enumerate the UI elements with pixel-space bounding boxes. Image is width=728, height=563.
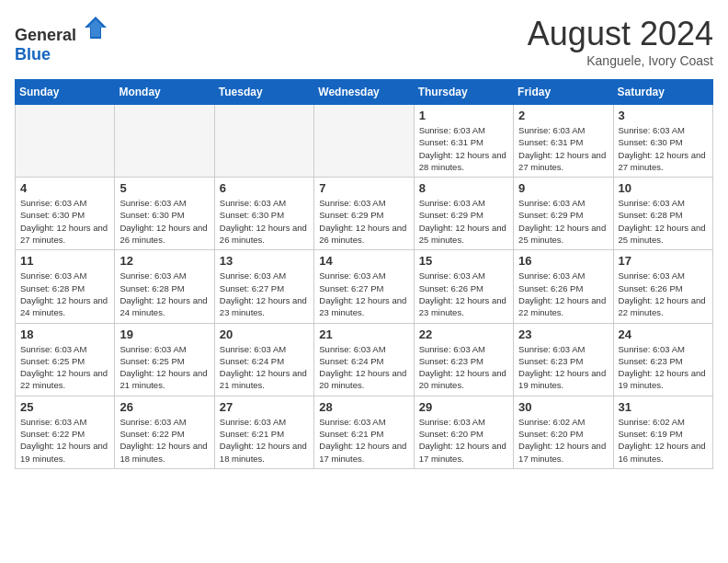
day-info: Sunrise: 6:03 AMSunset: 6:26 PMDaylight:…: [419, 270, 508, 318]
calendar-cell: [314, 105, 414, 178]
day-info: Sunrise: 6:03 AMSunset: 6:29 PMDaylight:…: [319, 197, 408, 246]
calendar-cell: 12Sunrise: 6:03 AMSunset: 6:28 PMDayligh…: [115, 250, 214, 323]
calendar-week-row: 18Sunrise: 6:03 AMSunset: 6:25 PMDayligh…: [16, 323, 713, 396]
day-info: Sunrise: 6:03 AMSunset: 6:27 PMDaylight:…: [319, 270, 408, 318]
calendar-cell: 23Sunrise: 6:03 AMSunset: 6:23 PMDayligh…: [514, 323, 613, 396]
day-info: Sunrise: 6:03 AMSunset: 6:20 PMDaylight:…: [419, 416, 508, 465]
page-header: General Blue August 2024 Kanguele, Ivory…: [15, 15, 713, 68]
calendar-week-row: 25Sunrise: 6:03 AMSunset: 6:22 PMDayligh…: [16, 396, 713, 468]
calendar-cell: 1Sunrise: 6:03 AMSunset: 6:31 PMDaylight…: [414, 105, 513, 178]
calendar-cell: 9Sunrise: 6:03 AMSunset: 6:29 PMDaylight…: [514, 178, 613, 250]
day-number: 2: [518, 109, 608, 122]
day-number: 20: [220, 327, 309, 341]
day-info: Sunrise: 6:03 AMSunset: 6:22 PMDaylight:…: [20, 416, 109, 465]
day-info: Sunrise: 6:03 AMSunset: 6:24 PMDaylight:…: [319, 343, 408, 392]
calendar-cell: 2Sunrise: 6:03 AMSunset: 6:31 PMDaylight…: [514, 105, 613, 178]
calendar-cell: 16Sunrise: 6:03 AMSunset: 6:26 PMDayligh…: [514, 250, 613, 323]
day-number: 15: [419, 254, 508, 268]
calendar-cell: 21Sunrise: 6:03 AMSunset: 6:24 PMDayligh…: [314, 323, 414, 396]
day-number: 10: [619, 181, 708, 195]
day-number: 29: [419, 400, 508, 414]
day-number: 27: [220, 400, 309, 414]
day-info: Sunrise: 6:03 AMSunset: 6:26 PMDaylight:…: [518, 270, 608, 318]
day-info: Sunrise: 6:03 AMSunset: 6:25 PMDaylight:…: [119, 343, 209, 392]
day-number: 16: [518, 254, 608, 268]
calendar-cell: 30Sunrise: 6:02 AMSunset: 6:20 PMDayligh…: [514, 396, 613, 468]
day-info: Sunrise: 6:03 AMSunset: 6:23 PMDaylight:…: [518, 343, 608, 392]
day-info: Sunrise: 6:03 AMSunset: 6:23 PMDaylight:…: [419, 343, 508, 392]
day-info: Sunrise: 6:03 AMSunset: 6:30 PMDaylight:…: [20, 197, 109, 246]
day-number: 17: [619, 254, 708, 268]
calendar-week-row: 4Sunrise: 6:03 AMSunset: 6:30 PMDaylight…: [16, 178, 713, 250]
day-number: 30: [518, 400, 608, 414]
day-number: 7: [319, 181, 408, 195]
day-info: Sunrise: 6:03 AMSunset: 6:26 PMDaylight:…: [619, 270, 708, 318]
calendar-cell: [16, 105, 115, 178]
day-info: Sunrise: 6:02 AMSunset: 6:19 PMDaylight:…: [619, 416, 708, 465]
month-year: August 2024: [528, 15, 713, 53]
day-number: 22: [419, 327, 508, 341]
day-info: Sunrise: 6:03 AMSunset: 6:31 PMDaylight:…: [518, 124, 608, 173]
calendar-cell: 18Sunrise: 6:03 AMSunset: 6:25 PMDayligh…: [16, 323, 115, 396]
day-number: 31: [619, 400, 708, 414]
weekday-header: Tuesday: [214, 80, 313, 105]
calendar-cell: 17Sunrise: 6:03 AMSunset: 6:26 PMDayligh…: [613, 250, 712, 323]
day-number: 4: [20, 181, 109, 195]
logo: General Blue: [15, 15, 108, 64]
logo-general: General: [15, 26, 76, 44]
day-number: 5: [119, 181, 209, 195]
calendar-cell: 31Sunrise: 6:02 AMSunset: 6:19 PMDayligh…: [613, 396, 712, 468]
day-number: 11: [20, 254, 109, 268]
calendar-cell: 25Sunrise: 6:03 AMSunset: 6:22 PMDayligh…: [16, 396, 115, 468]
calendar-cell: 6Sunrise: 6:03 AMSunset: 6:30 PMDaylight…: [214, 178, 313, 250]
logo-blue: Blue: [15, 45, 51, 63]
day-number: 12: [119, 254, 209, 268]
day-number: 3: [619, 109, 708, 122]
location: Kanguele, Ivory Coast: [528, 53, 713, 68]
weekday-header: Thursday: [414, 80, 513, 105]
calendar-week-row: 11Sunrise: 6:03 AMSunset: 6:28 PMDayligh…: [16, 250, 713, 323]
calendar-cell: 13Sunrise: 6:03 AMSunset: 6:27 PMDayligh…: [214, 250, 313, 323]
day-number: 28: [319, 400, 408, 414]
calendar-cell: 26Sunrise: 6:03 AMSunset: 6:22 PMDayligh…: [115, 396, 214, 468]
calendar-table: SundayMondayTuesdayWednesdayThursdayFrid…: [15, 79, 713, 469]
weekday-header: Friday: [514, 80, 613, 105]
day-number: 18: [20, 327, 109, 341]
day-number: 14: [319, 254, 408, 268]
calendar-cell: 15Sunrise: 6:03 AMSunset: 6:26 PMDayligh…: [414, 250, 513, 323]
title-section: August 2024 Kanguele, Ivory Coast: [528, 15, 713, 68]
weekday-header: Monday: [115, 80, 214, 105]
calendar-cell: [214, 105, 313, 178]
calendar-cell: 27Sunrise: 6:03 AMSunset: 6:21 PMDayligh…: [214, 396, 313, 468]
calendar-cell: 22Sunrise: 6:03 AMSunset: 6:23 PMDayligh…: [414, 323, 513, 396]
calendar-cell: [115, 105, 214, 178]
calendar-cell: 7Sunrise: 6:03 AMSunset: 6:29 PMDaylight…: [314, 178, 414, 250]
day-number: 24: [619, 327, 708, 341]
calendar-cell: 24Sunrise: 6:03 AMSunset: 6:23 PMDayligh…: [613, 323, 712, 396]
day-info: Sunrise: 6:03 AMSunset: 6:30 PMDaylight:…: [220, 197, 309, 246]
day-number: 9: [518, 181, 608, 195]
day-info: Sunrise: 6:03 AMSunset: 6:29 PMDaylight:…: [419, 197, 508, 246]
day-number: 19: [119, 327, 209, 341]
weekday-header: Sunday: [16, 80, 115, 105]
day-number: 8: [419, 181, 508, 195]
logo-icon: [83, 15, 108, 40]
weekday-header: Saturday: [613, 80, 712, 105]
day-info: Sunrise: 6:03 AMSunset: 6:28 PMDaylight:…: [619, 197, 708, 246]
logo-text: General Blue: [15, 15, 108, 64]
calendar-cell: 19Sunrise: 6:03 AMSunset: 6:25 PMDayligh…: [115, 323, 214, 396]
calendar-cell: 20Sunrise: 6:03 AMSunset: 6:24 PMDayligh…: [214, 323, 313, 396]
day-info: Sunrise: 6:03 AMSunset: 6:22 PMDaylight:…: [119, 416, 209, 465]
day-info: Sunrise: 6:03 AMSunset: 6:24 PMDaylight:…: [220, 343, 309, 392]
day-info: Sunrise: 6:03 AMSunset: 6:29 PMDaylight:…: [518, 197, 608, 246]
day-number: 6: [220, 181, 309, 195]
calendar-cell: 29Sunrise: 6:03 AMSunset: 6:20 PMDayligh…: [414, 396, 513, 468]
calendar-cell: 3Sunrise: 6:03 AMSunset: 6:30 PMDaylight…: [613, 105, 712, 178]
day-number: 26: [119, 400, 209, 414]
calendar-cell: 4Sunrise: 6:03 AMSunset: 6:30 PMDaylight…: [16, 178, 115, 250]
day-info: Sunrise: 6:03 AMSunset: 6:21 PMDaylight:…: [319, 416, 408, 465]
day-info: Sunrise: 6:03 AMSunset: 6:27 PMDaylight:…: [220, 270, 309, 318]
day-info: Sunrise: 6:03 AMSunset: 6:28 PMDaylight:…: [119, 270, 209, 318]
day-info: Sunrise: 6:03 AMSunset: 6:23 PMDaylight:…: [619, 343, 708, 392]
day-number: 1: [419, 109, 508, 122]
